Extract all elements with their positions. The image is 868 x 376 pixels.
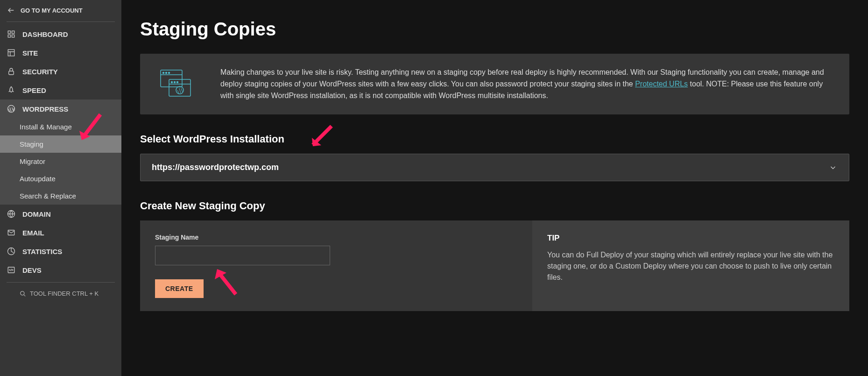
svg-point-13 bbox=[163, 72, 164, 74]
svg-point-14 bbox=[166, 72, 167, 74]
sidebar-subitem-staging[interactable]: Staging bbox=[0, 135, 121, 153]
staging-name-label: Staging Name bbox=[155, 234, 517, 241]
nav-label: EMAIL bbox=[22, 229, 44, 237]
svg-rect-3 bbox=[12, 35, 14, 37]
svg-rect-1 bbox=[12, 31, 14, 33]
tool-finder-link[interactable]: TOOL FINDER CTRL + K bbox=[0, 285, 121, 302]
create-button[interactable]: CREATE bbox=[155, 279, 204, 298]
lock-icon bbox=[7, 67, 16, 76]
divider bbox=[7, 282, 115, 283]
sidebar-item-devs[interactable]: DEVS bbox=[0, 261, 121, 279]
nav-label: SPEED bbox=[22, 86, 46, 94]
nav-label: WORDPRESS bbox=[22, 105, 68, 113]
svg-rect-2 bbox=[8, 35, 10, 37]
sidebar-subitem-search-replace[interactable]: Search & Replace bbox=[0, 187, 121, 205]
globe-icon bbox=[7, 209, 16, 219]
wordpress-submenu: Install & Manage Staging Migrator Autoup… bbox=[0, 118, 121, 205]
sidebar-item-wordpress[interactable]: WORDPRESS bbox=[0, 99, 121, 118]
svg-point-20 bbox=[177, 82, 178, 83]
arrow-left-icon bbox=[7, 6, 16, 15]
sidebar-item-domain[interactable]: DOMAIN bbox=[0, 205, 121, 223]
sidebar-item-site[interactable]: SITE bbox=[0, 43, 121, 62]
staging-name-input[interactable] bbox=[155, 246, 330, 265]
sidebar-subitem-autoupdate[interactable]: Autoupdate bbox=[0, 170, 121, 187]
main-content: Staging Copies Making changes to your li… bbox=[121, 0, 868, 376]
sidebar-item-security[interactable]: SECURITY bbox=[0, 62, 121, 81]
sidebar-subitem-install-manage[interactable]: Install & Manage bbox=[0, 118, 121, 135]
nav-label: DASHBOARD bbox=[22, 30, 68, 38]
svg-point-11 bbox=[21, 291, 24, 295]
protected-urls-link[interactable]: Protected URLs bbox=[635, 80, 688, 88]
chevron-down-icon bbox=[828, 163, 838, 172]
nav-label: DOMAIN bbox=[22, 210, 51, 218]
mail-icon bbox=[7, 228, 16, 237]
grid-icon bbox=[7, 29, 16, 39]
svg-rect-4 bbox=[8, 50, 14, 56]
selected-installation: https://passwordprotectwp.com bbox=[152, 163, 279, 172]
chart-icon bbox=[7, 247, 16, 256]
sidebar-item-speed[interactable]: SPEED bbox=[0, 81, 121, 99]
nav-label: DEVS bbox=[22, 266, 42, 274]
staging-illustration-icon bbox=[159, 68, 192, 100]
sidebar-item-statistics[interactable]: STATISTICS bbox=[0, 242, 121, 261]
search-icon bbox=[20, 291, 26, 297]
svg-point-15 bbox=[169, 72, 170, 74]
tool-finder-label: TOOL FINDER CTRL + K bbox=[30, 290, 99, 297]
back-label: GO TO MY ACCOUNT bbox=[21, 7, 83, 14]
code-icon bbox=[7, 265, 16, 275]
rocket-icon bbox=[7, 85, 16, 95]
wordpress-icon bbox=[7, 104, 16, 114]
svg-point-19 bbox=[174, 82, 176, 83]
sidebar-item-email[interactable]: EMAIL bbox=[0, 223, 121, 242]
nav-label: STATISTICS bbox=[22, 248, 62, 255]
tip-box: TIP You can do Full Deploy of your stagi… bbox=[532, 220, 849, 311]
back-to-account-link[interactable]: GO TO MY ACCOUNT bbox=[0, 0, 121, 19]
create-section: Staging Name CREATE TIP You can do Full … bbox=[140, 220, 849, 311]
page-title: Staging Copies bbox=[140, 19, 849, 40]
tip-title: TIP bbox=[547, 234, 834, 243]
sidebar: GO TO MY ACCOUNT DASHBOARD SITE SECURITY… bbox=[0, 0, 121, 376]
sidebar-subitem-migrator[interactable]: Migrator bbox=[0, 153, 121, 170]
info-box: Making changes to your live site is risk… bbox=[140, 54, 849, 114]
nav-label: SITE bbox=[22, 49, 38, 57]
divider bbox=[7, 21, 115, 22]
svg-point-18 bbox=[171, 82, 173, 83]
nav-label: SECURITY bbox=[22, 68, 58, 76]
layout-icon bbox=[7, 48, 16, 57]
info-text: Making changes to your live site is risk… bbox=[220, 67, 831, 101]
installation-dropdown[interactable]: https://passwordprotectwp.com bbox=[140, 154, 849, 181]
create-copy-title: Create New Staging Copy bbox=[140, 200, 849, 212]
svg-rect-5 bbox=[9, 71, 14, 75]
create-form: Staging Name CREATE bbox=[140, 220, 532, 311]
sidebar-item-dashboard[interactable]: DASHBOARD bbox=[0, 25, 121, 43]
svg-rect-0 bbox=[8, 31, 10, 33]
select-installation-title: Select WordPress Installation bbox=[140, 133, 849, 145]
tip-text: You can do Full Deploy of your staging w… bbox=[547, 249, 834, 283]
